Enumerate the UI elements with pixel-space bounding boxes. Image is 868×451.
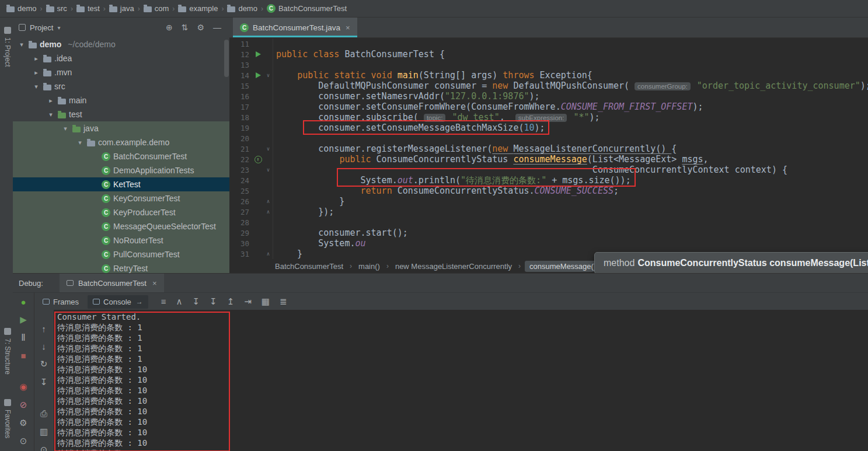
resume-icon[interactable]: ▶ — [20, 314, 27, 325]
breadcrumb-item[interactable]: test — [75, 0, 102, 17]
step-down-icon[interactable]: ↧ — [193, 296, 200, 307]
camera-icon[interactable]: ⊙ — [40, 445, 48, 451]
line-number[interactable]: 29 — [229, 229, 252, 237]
up-arrow-icon[interactable]: ↑ — [41, 324, 46, 334]
tree-item[interactable]: ▾com.example.demo — [13, 135, 229, 149]
pause-icon[interactable]: Ⅱ — [21, 333, 25, 343]
mute-breakpoints-icon[interactable]: ⊘ — [20, 400, 27, 410]
debug-console[interactable]: Consumer Started.待消息消费的条数 : 1待消息消费的条数 : … — [54, 310, 868, 451]
close-icon[interactable]: × — [152, 279, 157, 288]
tree-item[interactable]: ▸.idea — [13, 51, 229, 65]
chevron-right-icon[interactable]: ▸ — [32, 69, 40, 76]
run-icon[interactable] — [256, 51, 261, 57]
line-number[interactable]: 18 — [229, 113, 252, 122]
fold-icon[interactable]: ∨ — [264, 70, 273, 81]
hide-panel-icon[interactable]: — — [213, 23, 221, 32]
editor-tab[interactable]: C BatchConsumerTest.java × — [233, 18, 357, 37]
view-breakpoints-icon[interactable]: ◉ — [19, 382, 27, 392]
breadcrumb-item[interactable]: consumeMessage() — [525, 261, 601, 272]
camera-icon[interactable]: ⊙ — [20, 436, 27, 446]
tool-window-button-project[interactable]: 1: Project — [4, 27, 12, 67]
chevron-down-icon[interactable]: ▾ — [61, 125, 69, 132]
scroll-down-icon[interactable]: ↧ — [40, 377, 48, 387]
breadcrumb-item[interactable]: new MessageListenerConcurrently — [393, 261, 514, 272]
breadcrumb-item[interactable]: java — [107, 0, 136, 17]
debugger-bug-icon[interactable]: ● — [20, 297, 26, 307]
chevron-down-icon[interactable]: ▾ — [57, 25, 60, 31]
line-number[interactable]: 21 — [229, 145, 252, 153]
tree-item[interactable]: ▾src — [13, 79, 229, 93]
scroll-up-icon[interactable]: ↥ — [227, 296, 235, 307]
grid-icon[interactable]: ▦ — [262, 296, 270, 307]
scroll-to-end-icon[interactable]: ⇥ — [244, 296, 252, 307]
fold-icon[interactable]: ∨ — [264, 165, 273, 175]
fold-icon[interactable]: ∧ — [264, 249, 273, 259]
fold-icon[interactable]: ∨ — [264, 144, 273, 154]
tree-item[interactable]: CKeyConsumerTest — [13, 191, 229, 205]
breadcrumb-item[interactable]: CBatchConsumerTest — [265, 0, 348, 17]
collapse-all-icon[interactable]: ⇅ — [182, 23, 189, 32]
code-editor[interactable]: 1112public class BatchConsumerTest {1314… — [229, 39, 868, 263]
breadcrumb-item[interactable]: com — [142, 0, 171, 17]
print-icon[interactable]: ⎙ — [40, 408, 47, 419]
line-number[interactable]: 31 — [229, 250, 252, 258]
menu-icon[interactable]: ≡ — [161, 296, 166, 307]
scroll-down-icon[interactable]: ↧ — [210, 296, 217, 307]
breadcrumb-item[interactable]: demo — [225, 0, 259, 17]
tree-item[interactable]: CBatchConsumerTest — [13, 149, 229, 163]
tab-console[interactable]: Console→ — [88, 295, 148, 309]
tree-item[interactable]: CMessageQueueSelectorTest — [13, 219, 229, 233]
tree-item[interactable]: ▸main — [13, 93, 229, 107]
tree-item[interactable]: ▾demo~/code/demo — [13, 37, 229, 51]
chevron-down-icon[interactable]: ▾ — [47, 111, 55, 118]
line-number[interactable]: 11 — [229, 40, 252, 48]
line-number[interactable]: 30 — [229, 239, 252, 248]
line-number[interactable]: 13 — [229, 61, 252, 69]
line-number[interactable]: 27 — [229, 208, 252, 216]
tree-item[interactable]: CKetTest — [13, 177, 229, 191]
line-number[interactable]: 24 — [229, 176, 252, 185]
line-number[interactable]: 16 — [229, 92, 252, 101]
rerun-icon[interactable]: ↻ — [40, 359, 48, 369]
tree-item[interactable]: CPullConsumerTest — [13, 247, 229, 261]
breadcrumb-item[interactable]: demo — [5, 0, 39, 17]
line-number[interactable]: 15 — [229, 82, 252, 90]
line-number[interactable]: 28 — [229, 218, 252, 227]
tree-item[interactable]: ▾test — [13, 107, 229, 121]
filter-icon[interactable]: ≣ — [280, 296, 287, 307]
chevron-down-icon[interactable]: ▾ — [76, 139, 84, 146]
collapse-icon[interactable]: ∧ — [176, 296, 183, 307]
down-arrow-icon[interactable]: ↓ — [41, 341, 46, 351]
chevron-down-icon[interactable]: ▾ — [18, 41, 26, 48]
clear-console-icon[interactable]: ▥ — [40, 426, 48, 437]
chevron-right-icon[interactable]: ▸ — [47, 97, 55, 104]
tree-item[interactable]: ▸.mvn — [13, 65, 229, 79]
line-number[interactable]: 25 — [229, 187, 252, 195]
line-number[interactable]: 20 — [229, 134, 252, 143]
debug-session-tab[interactable]: BatchConsumerTest × — [60, 274, 164, 292]
chevron-right-icon[interactable]: ▸ — [32, 55, 40, 62]
override-method-icon[interactable]: ↑ — [255, 156, 262, 163]
line-number[interactable]: 26 — [229, 197, 252, 206]
line-number[interactable]: 22 — [229, 155, 252, 164]
breadcrumb-item[interactable]: src — [44, 0, 69, 17]
scrollbar-thumb[interactable] — [224, 40, 229, 77]
breadcrumb-item[interactable]: main() — [356, 261, 382, 272]
tab-frames[interactable]: Frames — [37, 295, 84, 309]
breadcrumb-item[interactable]: BatchConsumerTest — [273, 261, 346, 272]
close-icon[interactable]: × — [346, 23, 350, 32]
run-icon[interactable] — [256, 72, 261, 78]
line-number[interactable]: 12 — [229, 50, 252, 59]
tool-window-button-structure[interactable]: 7: Structure — [4, 328, 12, 375]
tree-item[interactable]: CKeyProducerTest — [13, 205, 229, 219]
tree-item[interactable]: ▾java — [13, 121, 229, 135]
tree-item[interactable]: CNoRouterTest — [13, 233, 229, 247]
line-number[interactable]: 17 — [229, 103, 252, 111]
line-number[interactable]: 14 — [229, 71, 252, 80]
locate-icon[interactable]: ⊕ — [166, 23, 173, 32]
breadcrumb-item[interactable]: example — [176, 0, 219, 17]
settings-gear-icon[interactable]: ⚙ — [19, 418, 27, 428]
project-tree[interactable]: ▾demo~/code/demo▸.idea▸.mvn▾src▸main▾tes… — [13, 37, 229, 273]
stop-icon[interactable]: ■ — [20, 351, 26, 361]
fold-icon[interactable]: ∧ — [264, 207, 273, 217]
